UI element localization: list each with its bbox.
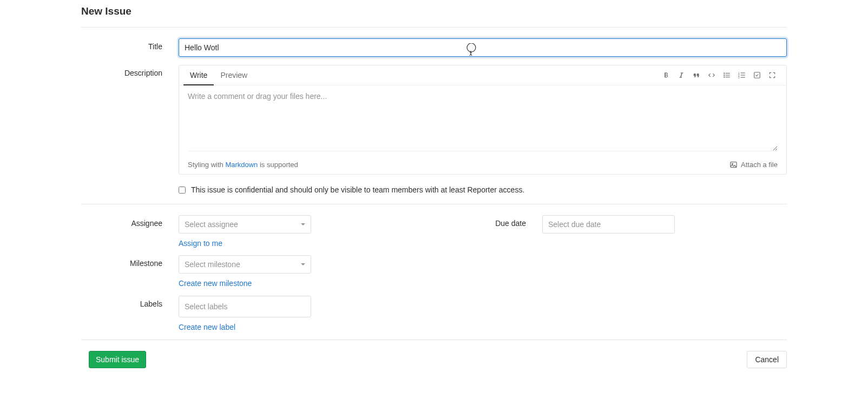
confidential-checkbox[interactable] bbox=[179, 187, 186, 194]
svg-text:3: 3 bbox=[738, 76, 740, 79]
confidential-row: This issue is confidential and should on… bbox=[179, 185, 787, 194]
labels-label: Labels bbox=[81, 296, 179, 308]
attach-file-label: Attach a file bbox=[741, 161, 778, 169]
labels-select[interactable]: Select labels bbox=[179, 296, 311, 317]
markdown-footer: Styling with Markdown is supported Attac… bbox=[179, 157, 786, 174]
form-actions: Submit issue Cancel bbox=[81, 351, 787, 368]
svg-rect-12 bbox=[754, 72, 760, 78]
tab-preview[interactable]: Preview bbox=[214, 65, 254, 85]
chevron-down-icon bbox=[301, 223, 305, 225]
svg-rect-11 bbox=[741, 77, 745, 78]
tab-write[interactable]: Write bbox=[183, 65, 214, 85]
code-icon[interactable] bbox=[707, 71, 716, 79]
markdown-header: Write Preview 123 bbox=[179, 65, 786, 85]
header-divider bbox=[81, 27, 787, 28]
svg-point-14 bbox=[732, 163, 733, 164]
confidential-label: This issue is confidential and should on… bbox=[191, 185, 524, 194]
labels-placeholder: Select labels bbox=[185, 302, 227, 311]
description-row: Description Write Preview 123 bbox=[81, 65, 787, 175]
numbered-list-icon[interactable]: 123 bbox=[738, 71, 746, 79]
quote-icon[interactable] bbox=[692, 71, 701, 79]
assignee-due-row: Assignee Select assignee Assign to me Du… bbox=[81, 215, 787, 248]
milestone-row: Milestone Select milestone Create new mi… bbox=[81, 255, 787, 288]
svg-point-2 bbox=[724, 76, 725, 77]
bold-icon[interactable] bbox=[662, 71, 670, 79]
assignee-select[interactable]: Select assignee bbox=[179, 215, 311, 234]
assignee-placeholder: Select assignee bbox=[185, 220, 238, 229]
svg-rect-9 bbox=[741, 72, 745, 73]
assign-to-me-link[interactable]: Assign to me bbox=[179, 239, 222, 248]
markdown-link[interactable]: Markdown bbox=[225, 161, 258, 169]
svg-rect-4 bbox=[726, 75, 730, 75]
create-label-link[interactable]: Create new label bbox=[179, 323, 235, 331]
cancel-button[interactable]: Cancel bbox=[747, 351, 787, 368]
create-milestone-link[interactable]: Create new milestone bbox=[179, 279, 252, 288]
description-textarea[interactable] bbox=[188, 92, 778, 151]
attach-file[interactable]: Attach a file bbox=[729, 161, 778, 169]
assignee-label: Assignee bbox=[81, 215, 179, 248]
markdown-area: Write Preview 123 Styling with Markd bbox=[179, 65, 787, 175]
title-label: Title bbox=[81, 38, 179, 51]
title-input[interactable] bbox=[179, 38, 787, 57]
markdown-tabs: Write Preview bbox=[183, 65, 254, 85]
milestone-label: Milestone bbox=[81, 255, 179, 268]
svg-point-1 bbox=[724, 75, 725, 76]
svg-point-0 bbox=[724, 72, 725, 74]
title-row: Title bbox=[81, 38, 787, 57]
milestone-select[interactable]: Select milestone bbox=[179, 255, 311, 274]
markdown-toolbar: 123 bbox=[662, 71, 777, 79]
section-divider bbox=[81, 204, 787, 204]
due-date-input[interactable] bbox=[542, 215, 675, 234]
svg-rect-10 bbox=[741, 75, 745, 75]
labels-row: Labels Select labels Create new label bbox=[81, 296, 787, 331]
page-title: New Issue bbox=[81, 5, 787, 17]
markdown-hint-suffix: is supported bbox=[258, 161, 298, 169]
due-date-label: Due date bbox=[461, 215, 542, 248]
svg-rect-5 bbox=[726, 77, 730, 77]
image-icon bbox=[729, 161, 738, 169]
footer-divider bbox=[81, 340, 787, 340]
milestone-placeholder: Select milestone bbox=[185, 260, 240, 269]
description-label: Description bbox=[81, 65, 179, 77]
italic-icon[interactable] bbox=[677, 71, 686, 79]
bulleted-list-icon[interactable] bbox=[722, 71, 731, 79]
markdown-hint: Styling with Markdown is supported bbox=[188, 161, 298, 169]
tasklist-icon[interactable] bbox=[753, 71, 761, 79]
svg-rect-3 bbox=[726, 73, 730, 74]
chevron-down-icon bbox=[301, 263, 305, 265]
markdown-hint-prefix: Styling with bbox=[188, 161, 225, 169]
submit-button[interactable]: Submit issue bbox=[89, 351, 146, 368]
fullscreen-icon[interactable] bbox=[768, 71, 777, 79]
